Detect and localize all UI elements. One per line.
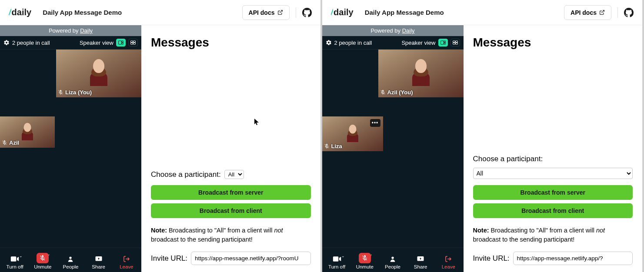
camera-label: Turn off: [7, 264, 23, 269]
participant-select[interactable]: All: [224, 170, 244, 179]
api-docs-label: API docs: [249, 9, 275, 16]
messages-title: Messages: [151, 36, 311, 50]
note-mid: Broadcasting to "All" from a client will: [169, 227, 272, 234]
svg-rect-18: [455, 41, 457, 43]
logo-text: daily: [334, 7, 354, 17]
messages-title: Messages: [473, 36, 633, 50]
speaker-view-button[interactable]: [116, 39, 126, 46]
api-docs-button[interactable]: API docs: [564, 5, 611, 20]
mic-muted-icon: [2, 140, 7, 146]
people-label: People: [385, 264, 400, 269]
powered-by-link[interactable]: Daily: [402, 27, 415, 34]
camera-icon: [10, 256, 19, 262]
people-label: People: [63, 264, 79, 269]
speaker-view-button[interactable]: [438, 39, 448, 46]
svg-rect-20: [455, 43, 457, 45]
api-docs-button[interactable]: API docs: [242, 5, 290, 20]
video-tile-secondary[interactable]: ••• Liza: [322, 116, 383, 151]
mic-muted-icon: [380, 90, 386, 95]
share-screen-icon: [417, 255, 424, 262]
github-icon[interactable]: [302, 8, 312, 17]
share-label: Share: [414, 264, 427, 269]
camera-icon: [333, 256, 341, 262]
video-tile-main[interactable]: Liza (You): [56, 50, 141, 97]
svg-rect-6: [131, 43, 133, 45]
svg-point-23: [391, 257, 394, 259]
gear-icon[interactable]: [326, 40, 332, 46]
broadcast-server-button[interactable]: Broadcast from server: [151, 185, 311, 200]
app-title: Daily App Message Demo: [365, 9, 444, 16]
invite-url-input[interactable]: [513, 252, 633, 265]
mic-muted-icon: [324, 143, 330, 149]
broadcast-client-button[interactable]: Broadcast from client: [473, 203, 633, 218]
tile-secondary-name: Azil: [9, 139, 19, 146]
mic-toggle-button[interactable]: ⌄ Unmute: [31, 253, 54, 269]
powered-by-link[interactable]: Daily: [80, 27, 93, 34]
broadcast-note: Note: Broadcasting to "All" from a clien…: [151, 226, 311, 244]
grid-view-button[interactable]: [128, 39, 138, 46]
leave-icon: [123, 255, 130, 262]
participant-select[interactable]: All: [473, 168, 633, 179]
broadcast-client-button[interactable]: Broadcast from client: [151, 203, 311, 218]
gear-icon[interactable]: [3, 40, 10, 46]
svg-rect-14: [440, 41, 444, 44]
svg-line-13: [601, 10, 604, 13]
svg-rect-5: [133, 41, 136, 43]
leave-label: Leave: [120, 264, 133, 269]
note-italic: not: [596, 227, 605, 234]
top-bar: /daily Daily App Message Demo API docs: [322, 0, 643, 25]
leave-button[interactable]: Leave: [437, 255, 460, 269]
svg-rect-8: [11, 256, 16, 262]
divider: [296, 7, 296, 18]
powered-by-prefix: Powered by: [370, 27, 402, 34]
people-button[interactable]: People: [381, 255, 404, 269]
camera-toggle-button[interactable]: ⌄ Turn off: [3, 255, 26, 269]
note-italic: not: [274, 227, 283, 234]
api-docs-label: API docs: [571, 9, 597, 16]
leave-icon: [445, 255, 452, 262]
note-prefix: Note:: [151, 227, 167, 234]
svg-line-0: [280, 10, 282, 13]
mic-label: Unmute: [34, 264, 51, 269]
people-button[interactable]: People: [59, 255, 82, 269]
call-controls: ⌄ Turn off ⌄ Unmute People Share: [0, 248, 141, 272]
person-icon: [389, 255, 396, 262]
svg-rect-4: [131, 41, 133, 43]
svg-rect-2: [122, 41, 123, 43]
svg-rect-16: [444, 43, 445, 45]
call-controls: ⌄ Turn off ⌄ Unmute People Share: [322, 248, 464, 272]
tile-more-button[interactable]: •••: [370, 119, 380, 127]
logo: /daily: [9, 7, 31, 17]
choose-participant-label: Choose a participant:: [151, 170, 221, 179]
broadcast-server-button[interactable]: Broadcast from server: [473, 185, 633, 200]
people-count: 2 people in call: [12, 40, 50, 46]
leave-button[interactable]: Leave: [115, 255, 138, 269]
mic-toggle-button[interactable]: ⌄ Unmute: [354, 253, 376, 269]
share-button[interactable]: Share: [87, 255, 110, 269]
invite-url-input[interactable]: [191, 252, 310, 265]
view-mode-label: Speaker view: [80, 40, 113, 46]
tile-main-name: Liza (You): [65, 89, 92, 96]
share-button[interactable]: Share: [409, 255, 432, 269]
invite-url-label: Invite URL:: [473, 254, 510, 263]
top-bar: /daily Daily App Message Demo API docs: [0, 0, 320, 25]
note-suffix: broadcast to the sending participant!: [473, 236, 575, 243]
powered-by-banner: Powered by Daily: [322, 25, 464, 36]
tile-secondary-name: Liza: [331, 143, 342, 149]
call-meta-row: 2 people in call Speaker view: [0, 36, 141, 50]
svg-point-10: [70, 257, 72, 259]
camera-toggle-button[interactable]: ⌄ Turn off: [326, 255, 348, 269]
video-tile-main[interactable]: Azil (You): [378, 50, 464, 97]
svg-rect-19: [453, 43, 455, 45]
messages-panel: Messages Choose a participant: All Broad…: [464, 25, 643, 272]
github-icon[interactable]: [624, 8, 634, 17]
svg-rect-3: [122, 43, 123, 45]
svg-rect-7: [133, 43, 136, 45]
svg-marker-9: [17, 257, 19, 261]
grid-view-button[interactable]: [450, 39, 460, 46]
svg-marker-22: [339, 257, 341, 261]
camera-label: Turn off: [328, 264, 345, 269]
person-icon: [67, 255, 74, 262]
svg-rect-21: [333, 256, 338, 262]
video-tile-secondary[interactable]: Azil: [0, 116, 55, 148]
